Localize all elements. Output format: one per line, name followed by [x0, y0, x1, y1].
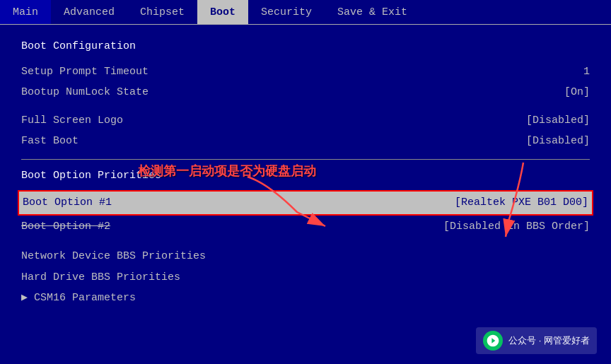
fast-boot-row: Fast Boot [Disabled] [21, 131, 590, 152]
setup-prompt-label: Setup Prompt Timeout [21, 63, 233, 81]
setup-prompt-row: Setup Prompt Timeout 1 [21, 61, 590, 83]
boot-priorities-title: Boot Option Priorities [21, 167, 590, 185]
bios-content: Boot Configuration Setup Prompt Timeout … [0, 25, 611, 322]
boot-option-2-label: Boot Option #2 [21, 218, 110, 236]
section-title: Boot Configuration [21, 37, 590, 56]
fullscreen-logo-row: Full Screen Logo [Disabled] [21, 110, 590, 131]
numlock-value: [On] [564, 83, 590, 102]
csm16-label: ▶ CSM16 Parameters [21, 289, 136, 307]
fullscreen-logo-value: [Disabled] [526, 112, 590, 130]
watermark: 公众号 · 网管爱好者 [476, 327, 597, 354]
numlock-row: Bootup NumLock State [On] [21, 82, 590, 103]
fast-boot-value: [Disabled] [526, 132, 590, 151]
watermark-icon [483, 331, 503, 351]
menu-advanced[interactable]: Advanced [51, 0, 127, 24]
csm16-row: ▶ CSM16 Parameters [21, 288, 590, 309]
menu-boot[interactable]: Boot [197, 0, 248, 24]
network-device-label: Network Device BBS Priorities [21, 247, 206, 266]
hard-drive-label: Hard Drive BBS Priorities [21, 269, 180, 287]
boot-option-1-label: Boot Option #1 [23, 194, 112, 212]
menu-main[interactable]: Main [0, 0, 51, 24]
watermark-label: 公众号 · 网管爱好者 [508, 334, 590, 347]
boot-option-2-row[interactable]: Boot Option #2 [Disabled in BBS Order] [21, 216, 590, 238]
fast-boot-label: Fast Boot [21, 132, 233, 151]
hard-drive-row: Hard Drive BBS Priorities [21, 267, 590, 288]
boot-option-2-value: [Disabled in BBS Order] [443, 218, 590, 236]
network-device-row: Network Device BBS Priorities [21, 246, 590, 267]
menu-security[interactable]: Security [248, 0, 325, 24]
boot-option-1-row[interactable]: Boot Option #1 [Realtek PXE B01 D00] [18, 190, 593, 216]
boot-option-1-value: [Realtek PXE B01 D00] [455, 194, 588, 212]
menu-save-exit[interactable]: Save & Exit [325, 0, 420, 24]
menu-chipset[interactable]: Chipset [127, 0, 197, 24]
fullscreen-logo-label: Full Screen Logo [21, 112, 233, 130]
setup-prompt-value: 1 [583, 63, 590, 81]
numlock-label: Bootup NumLock State [21, 83, 233, 102]
menu-bar: Main Advanced Chipset Boot Security Save… [0, 0, 611, 25]
